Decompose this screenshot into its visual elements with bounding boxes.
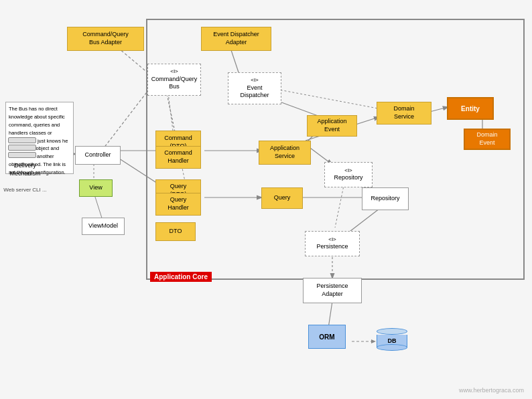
domain-service: Domain Service (377, 102, 431, 125)
app-core-label: Application Core (150, 272, 212, 282)
command-handler: Command Handler (155, 146, 201, 169)
view: View (79, 179, 113, 197)
web-server-cli-label: Web server CLI ... (3, 186, 47, 193)
delivery-mechanism-label: Delivery Mechanism (3, 162, 47, 177)
orm: ORM (308, 325, 346, 349)
persistence-adapter: Persistence Adapter (303, 278, 362, 303)
persistence: <I> Persistence (305, 231, 360, 256)
dto: DTO (155, 222, 196, 241)
repository: Repository (362, 187, 409, 210)
db: DB (377, 328, 407, 351)
svg-line-24 (328, 301, 332, 328)
server-icon (8, 137, 36, 158)
application-event: Application Event (307, 115, 357, 137)
query: Query (261, 187, 303, 209)
command-query-bus-adapter: Command/Query Bus Adapter (67, 27, 144, 51)
event-dispatcher-adapter: Event Dispatcher Adapter (201, 27, 271, 51)
watermark: www.herbertograca.com (459, 387, 524, 394)
domain-event: Domain Event (464, 129, 511, 150)
repository-interface: <I> Repository (324, 162, 373, 187)
controller: Controller (75, 146, 121, 165)
command-query-bus: <I> Command/Query Bus (147, 64, 201, 96)
svg-line-5 (99, 87, 151, 154)
query-handler: Query Handler (155, 193, 201, 216)
entity: Entity (447, 97, 494, 120)
application-service: Application Service (259, 141, 311, 165)
view-model: ViewModel (82, 218, 125, 235)
event-dispatcher: <I> Event Dispatcher (228, 72, 281, 104)
